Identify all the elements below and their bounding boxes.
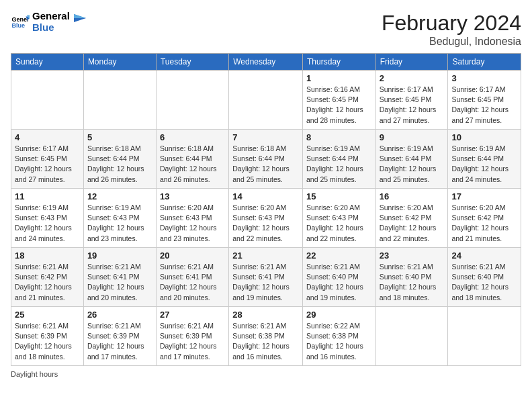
header-day-friday: Friday: [375, 54, 448, 71]
calendar-header-row: SundayMondayTuesdayWednesdayThursdayFrid…: [11, 54, 521, 71]
calendar-table: SundayMondayTuesdayWednesdayThursdayFrid…: [11, 53, 521, 366]
calendar-cell: 20 Sunrise: 6:21 AM Sunset: 6:41 PM Dayl…: [156, 248, 228, 307]
calendar-cell: 22 Sunrise: 6:21 AM Sunset: 6:40 PM Dayl…: [303, 248, 376, 307]
calendar-week-row: 4 Sunrise: 6:17 AM Sunset: 6:45 PM Dayli…: [11, 130, 521, 189]
calendar-cell: 29 Sunrise: 6:22 AM Sunset: 6:38 PM Dayl…: [303, 307, 376, 366]
day-number: 26: [87, 310, 152, 320]
day-info: Sunrise: 6:20 AM Sunset: 6:42 PM Dayligh…: [451, 203, 517, 244]
calendar-cell: [229, 71, 303, 130]
day-number: 24: [451, 250, 517, 261]
logo-flag-icon: [73, 13, 87, 32]
day-info: Sunrise: 6:19 AM Sunset: 6:44 PM Dayligh…: [380, 144, 445, 185]
day-info: Sunrise: 6:21 AM Sunset: 6:41 PM Dayligh…: [232, 262, 299, 303]
calendar-cell: 4 Sunrise: 6:17 AM Sunset: 6:45 PM Dayli…: [11, 130, 84, 189]
day-info: Sunrise: 6:21 AM Sunset: 6:40 PM Dayligh…: [306, 262, 372, 303]
day-info: Sunrise: 6:18 AM Sunset: 6:44 PM Dayligh…: [232, 144, 299, 185]
calendar-cell: 2 Sunrise: 6:17 AM Sunset: 6:45 PM Dayli…: [375, 71, 448, 130]
day-number: 9: [380, 132, 445, 142]
header-day-tuesday: Tuesday: [156, 54, 228, 71]
calendar-cell: [11, 71, 84, 130]
day-info: Sunrise: 6:21 AM Sunset: 6:39 PM Dayligh…: [15, 321, 80, 362]
calendar-cell: 27 Sunrise: 6:21 AM Sunset: 6:39 PM Dayl…: [156, 307, 228, 366]
calendar-cell: 17 Sunrise: 6:20 AM Sunset: 6:42 PM Dayl…: [448, 189, 521, 248]
day-number: 29: [306, 310, 372, 320]
day-info: Sunrise: 6:20 AM Sunset: 6:43 PM Dayligh…: [306, 203, 372, 244]
calendar-cell: 16 Sunrise: 6:20 AM Sunset: 6:42 PM Dayl…: [375, 189, 448, 248]
calendar-cell: [156, 71, 228, 130]
svg-text:Blue: Blue: [11, 22, 25, 29]
calendar-cell: 9 Sunrise: 6:19 AM Sunset: 6:44 PM Dayli…: [375, 130, 448, 189]
logo-general: General: [32, 11, 70, 22]
calendar-cell: 13 Sunrise: 6:20 AM Sunset: 6:43 PM Dayl…: [156, 189, 228, 248]
title-block: February 2024 Bedugul, Indonesia: [382, 11, 521, 48]
svg-marker-5: [74, 14, 86, 18]
day-info: Sunrise: 6:21 AM Sunset: 6:39 PM Dayligh…: [160, 321, 225, 362]
header-day-saturday: Saturday: [448, 54, 521, 71]
calendar-cell: 8 Sunrise: 6:19 AM Sunset: 6:44 PM Dayli…: [303, 130, 376, 189]
location-title: Bedugul, Indonesia: [382, 36, 521, 48]
daylight-label: Daylight hours: [11, 370, 58, 378]
day-info: Sunrise: 6:20 AM Sunset: 6:42 PM Dayligh…: [380, 203, 445, 244]
day-info: Sunrise: 6:21 AM Sunset: 6:42 PM Dayligh…: [15, 262, 80, 303]
day-number: 27: [160, 310, 225, 320]
day-info: Sunrise: 6:20 AM Sunset: 6:43 PM Dayligh…: [160, 203, 225, 244]
day-number: 21: [232, 250, 299, 261]
day-number: 12: [87, 191, 152, 201]
day-info: Sunrise: 6:21 AM Sunset: 6:40 PM Dayligh…: [380, 262, 445, 303]
header-day-sunday: Sunday: [11, 54, 84, 71]
day-number: 13: [160, 191, 225, 201]
day-number: 15: [306, 191, 372, 201]
calendar-week-row: 11 Sunrise: 6:19 AM Sunset: 6:43 PM Dayl…: [11, 189, 521, 248]
day-number: 4: [15, 132, 80, 142]
calendar-cell: 15 Sunrise: 6:20 AM Sunset: 6:43 PM Dayl…: [303, 189, 376, 248]
calendar-week-row: 1 Sunrise: 6:16 AM Sunset: 6:45 PM Dayli…: [11, 71, 521, 130]
day-number: 8: [306, 132, 372, 142]
day-info: Sunrise: 6:18 AM Sunset: 6:44 PM Dayligh…: [87, 144, 152, 185]
logo-icon: General Blue: [11, 13, 30, 32]
day-number: 20: [160, 250, 225, 261]
day-info: Sunrise: 6:17 AM Sunset: 6:45 PM Dayligh…: [380, 85, 445, 126]
header-day-monday: Monday: [83, 54, 156, 71]
logo: General Blue General Blue: [11, 11, 87, 33]
day-number: 23: [380, 250, 445, 261]
calendar-cell: 5 Sunrise: 6:18 AM Sunset: 6:44 PM Dayli…: [83, 130, 156, 189]
day-info: Sunrise: 6:16 AM Sunset: 6:45 PM Dayligh…: [306, 85, 372, 126]
month-title: February 2024: [382, 11, 521, 36]
calendar-cell: 3 Sunrise: 6:17 AM Sunset: 6:45 PM Dayli…: [448, 71, 521, 130]
day-info: Sunrise: 6:21 AM Sunset: 6:38 PM Dayligh…: [232, 321, 299, 362]
calendar-cell: 7 Sunrise: 6:18 AM Sunset: 6:44 PM Dayli…: [229, 130, 303, 189]
header-day-wednesday: Wednesday: [229, 54, 303, 71]
calendar-cell: 24 Sunrise: 6:21 AM Sunset: 6:40 PM Dayl…: [448, 248, 521, 307]
day-number: 10: [451, 132, 517, 142]
day-info: Sunrise: 6:17 AM Sunset: 6:45 PM Dayligh…: [15, 144, 80, 185]
logo-blue: Blue: [32, 22, 70, 34]
calendar-cell: 14 Sunrise: 6:20 AM Sunset: 6:43 PM Dayl…: [229, 189, 303, 248]
day-number: 7: [232, 132, 299, 142]
day-info: Sunrise: 6:19 AM Sunset: 6:43 PM Dayligh…: [15, 203, 80, 244]
header-day-thursday: Thursday: [303, 54, 376, 71]
day-number: 1: [306, 73, 372, 83]
day-info: Sunrise: 6:19 AM Sunset: 6:44 PM Dayligh…: [306, 144, 372, 185]
page-header: General Blue General Blue February 2024 …: [11, 11, 521, 48]
day-number: 5: [87, 132, 152, 142]
calendar-cell: 10 Sunrise: 6:19 AM Sunset: 6:44 PM Dayl…: [448, 130, 521, 189]
calendar-cell: 28 Sunrise: 6:21 AM Sunset: 6:38 PM Dayl…: [229, 307, 303, 366]
day-info: Sunrise: 6:18 AM Sunset: 6:44 PM Dayligh…: [160, 144, 225, 185]
day-info: Sunrise: 6:21 AM Sunset: 6:41 PM Dayligh…: [160, 262, 225, 303]
calendar-week-row: 25 Sunrise: 6:21 AM Sunset: 6:39 PM Dayl…: [11, 307, 521, 366]
calendar-cell: 6 Sunrise: 6:18 AM Sunset: 6:44 PM Dayli…: [156, 130, 228, 189]
day-info: Sunrise: 6:21 AM Sunset: 6:41 PM Dayligh…: [87, 262, 152, 303]
calendar-cell: 25 Sunrise: 6:21 AM Sunset: 6:39 PM Dayl…: [11, 307, 84, 366]
day-number: 17: [451, 191, 517, 201]
day-info: Sunrise: 6:17 AM Sunset: 6:45 PM Dayligh…: [451, 85, 517, 126]
calendar-cell: [448, 307, 521, 366]
day-number: 22: [306, 250, 372, 261]
day-number: 6: [160, 132, 225, 142]
day-info: Sunrise: 6:21 AM Sunset: 6:40 PM Dayligh…: [451, 262, 517, 303]
day-number: 18: [15, 250, 80, 261]
footer: Daylight hours: [11, 370, 521, 378]
day-info: Sunrise: 6:19 AM Sunset: 6:44 PM Dayligh…: [451, 144, 517, 185]
day-number: 14: [232, 191, 299, 201]
day-number: 16: [380, 191, 445, 201]
day-info: Sunrise: 6:19 AM Sunset: 6:43 PM Dayligh…: [87, 203, 152, 244]
